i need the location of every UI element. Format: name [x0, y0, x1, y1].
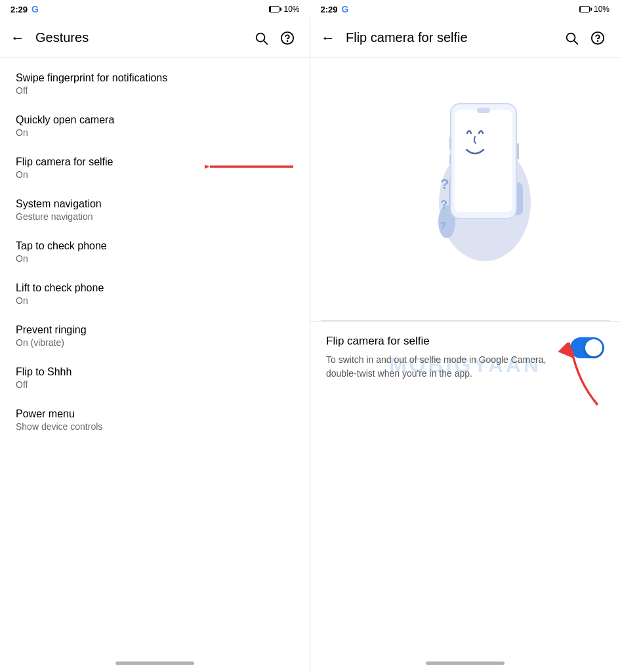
left-help-button[interactable]	[276, 26, 299, 50]
right-nav-bar	[310, 656, 620, 672]
settings-list: Swipe fingerprint for notifications Off …	[0, 58, 310, 656]
left-app-bar: ← Gestures	[0, 18, 310, 58]
status-bar-right: 2:29 G 10%	[310, 0, 621, 18]
settings-item-flip-camera[interactable]: Flip camera for selfie On	[0, 147, 310, 189]
time-right: 2:29	[321, 5, 338, 14]
battery-icon-left	[269, 6, 279, 12]
time-left: 2:29	[10, 5, 28, 14]
svg-line-1	[264, 41, 267, 44]
settings-item-tap-to-check[interactable]: Tap to check phone On	[0, 231, 310, 273]
item-subtitle-6: On (vibrate)	[16, 337, 294, 348]
right-panel: ← Flip camera for selfie	[310, 18, 620, 672]
left-panel: ← Gestures Swipe fingerprint for notific…	[0, 18, 310, 672]
svg-text:?: ?	[440, 198, 447, 211]
item-subtitle-8: Show device controls	[16, 421, 294, 432]
battery-pct-left: 10%	[283, 5, 299, 14]
detail-desc: To switch in and out of selfie mode in G…	[326, 353, 560, 381]
svg-rect-17	[455, 110, 512, 212]
item-title-4: Tap to check phone	[16, 240, 294, 252]
item-title-6: Prevent ringing	[16, 324, 294, 336]
left-nav-bar	[0, 656, 310, 672]
svg-rect-18	[477, 108, 490, 113]
svg-rect-20	[449, 155, 451, 164]
right-help-button[interactable]	[586, 26, 610, 50]
settings-item-quickly-open-camera[interactable]: Quickly open camera On	[0, 105, 310, 147]
left-back-button[interactable]: ←	[10, 30, 25, 47]
svg-text:?: ?	[440, 176, 449, 192]
item-subtitle-0: Off	[16, 85, 294, 96]
split-container: ← Gestures Swipe fingerprint for notific…	[0, 18, 620, 672]
illustration-container: ? ? ? MOBIGYAAN	[310, 58, 620, 320]
right-nav-indicator	[426, 662, 505, 665]
settings-item-prevent-ringing[interactable]: Prevent ringing On (vibrate)	[0, 315, 310, 357]
right-content-area: ? ? ? MOBIGYAAN Flip camera for selfie T…	[310, 58, 620, 672]
item-title-5: Lift to check phone	[16, 282, 294, 294]
right-app-bar: ← Flip camera for selfie	[310, 18, 620, 58]
item-title-8: Power menu	[16, 408, 294, 420]
item-title-3: System navigation	[16, 198, 294, 210]
settings-item-system-navigation[interactable]: System navigation Gesture navigation	[0, 189, 310, 231]
detail-text: Flip camera for selfie To switch in and …	[326, 335, 560, 381]
red-arrow-left	[205, 157, 297, 179]
item-subtitle-4: On	[16, 253, 294, 264]
right-icons-left: 10%	[269, 5, 299, 14]
item-subtitle-3: Gesture navigation	[16, 211, 294, 222]
right-title: Flip camera for selfie	[346, 30, 557, 45]
settings-item-power-menu[interactable]: Power menu Show device controls	[0, 399, 310, 441]
setting-detail: Flip camera for selfie To switch in and …	[310, 321, 620, 394]
phone-illustration: ? ? ?	[393, 71, 537, 274]
svg-text:?: ?	[440, 220, 446, 230]
item-title-1: Quickly open camera	[16, 114, 294, 126]
detail-title: Flip camera for selfie	[326, 335, 560, 348]
left-nav-indicator	[115, 662, 194, 665]
settings-item-lift-to-check[interactable]: Lift to check phone On	[0, 273, 310, 315]
item-title-7: Flip to Shhh	[16, 366, 294, 378]
svg-line-7	[574, 41, 577, 44]
settings-item-flip-to-shhh[interactable]: Flip to Shhh Off	[0, 357, 310, 399]
status-bars: 2:29 G 10% 2:29 G 10%	[0, 0, 620, 18]
item-subtitle-5: On	[16, 295, 294, 306]
item-title-0: Swipe fingerprint for notifications	[16, 72, 294, 84]
svg-rect-21	[517, 143, 519, 159]
right-back-button[interactable]: ←	[321, 30, 335, 47]
status-bar-left: 2:29 G 10%	[0, 0, 310, 18]
spacer	[310, 394, 620, 656]
svg-rect-19	[449, 136, 451, 150]
item-subtitle-1: On	[16, 127, 294, 138]
battery-pct-right: 10%	[594, 5, 610, 14]
right-icons-right: 10%	[579, 5, 610, 14]
right-search-button[interactable]	[560, 26, 583, 50]
settings-item-swipe-fingerprint[interactable]: Swipe fingerprint for notifications Off	[0, 63, 310, 105]
google-icon-right: G	[342, 4, 349, 14]
red-arrow-toggle	[558, 343, 611, 411]
left-title: Gestures	[35, 30, 247, 45]
item-subtitle-7: Off	[16, 379, 294, 390]
battery-icon-right	[579, 6, 590, 12]
google-icon-left: G	[31, 4, 39, 14]
left-search-button[interactable]	[249, 26, 273, 50]
